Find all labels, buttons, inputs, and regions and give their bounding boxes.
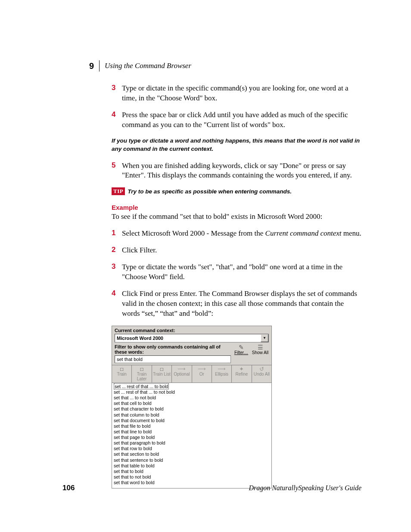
list-item[interactable]: set that row to bold [114, 446, 270, 451]
chapter-title: Using the Command Browser [105, 62, 191, 70]
step-number: 3 [112, 84, 122, 103]
train-list-icon: ◘ [152, 366, 171, 372]
list-item[interactable]: set that paragraph to bold [114, 440, 270, 446]
filter-input[interactable]: set that bold [115, 355, 231, 363]
step-text: Type or dictate in the specific command(… [122, 84, 361, 103]
undo-all-button[interactable]: ↺Undo All [252, 365, 271, 383]
list-item[interactable]: set that cell to bold [114, 401, 270, 406]
ellipsis-icon: ⟶ [212, 366, 231, 372]
chapter-number: 9 [50, 61, 99, 71]
list-item[interactable]: set ... rest of that ... to bold [114, 384, 270, 389]
tip: TIP Try to be as specific as possible wh… [112, 187, 361, 195]
list-item[interactable]: set that to not bold [114, 474, 270, 480]
tip-badge: TIP [112, 187, 125, 195]
step-5: 5 When you are finished adding keywords,… [112, 161, 361, 181]
button-label: Filter… [233, 350, 250, 355]
context-dropdown[interactable]: Microsoft Word 2000 ▼ [115, 334, 269, 342]
step-number: 1 [112, 229, 122, 239]
example-step-2: 2 Click Filter. [112, 246, 361, 255]
train-later-button[interactable]: ◘Train Later [132, 365, 152, 383]
step-number: 4 [112, 289, 122, 319]
list-item[interactable]: set that section to bold [114, 451, 270, 457]
list-item[interactable]: set that file to bold [114, 423, 270, 429]
list-item[interactable]: set that page to bold [114, 435, 270, 440]
step-number: 4 [112, 110, 122, 130]
list-item[interactable]: set that line to bold [114, 429, 270, 435]
example-step-1: 1 Select Microsoft Word 2000 - Message f… [112, 229, 361, 239]
text-part: menu. [341, 229, 361, 237]
pencil-icon: ✎ [233, 344, 250, 350]
ellipsis-button[interactable]: ⟶Ellipsis [212, 365, 232, 383]
example-step-3: 3 Type or dictate the words "set", "that… [112, 262, 361, 282]
optional-button[interactable]: ⟶Optional [172, 365, 192, 383]
list-item[interactable]: set ... rest of that ... to not bold [114, 389, 270, 395]
step-text: Press the space bar or click Add until y… [122, 110, 361, 130]
step-text: When you are finished adding keywords, c… [122, 161, 361, 181]
refine-icon: ✦ [232, 366, 251, 372]
train-button[interactable]: ◘Train [112, 365, 132, 383]
step-text: Select Microsoft Word 2000 - Message fro… [122, 229, 361, 239]
step-number: 2 [112, 246, 122, 255]
show-all-button[interactable]: ☰ Show All [252, 344, 269, 355]
page-number: 106 [62, 484, 75, 492]
list-item[interactable]: set that sentence to bold [114, 457, 270, 463]
footer-title: Dragon NaturallySpeaking User's Guide [249, 484, 361, 492]
filter-button[interactable]: ✎ Filter… [233, 344, 250, 355]
chevron-down-icon[interactable]: ▼ [261, 334, 268, 342]
text-part: Select Microsoft Word 2000 - Message fro… [122, 229, 265, 237]
header-divider [99, 60, 100, 72]
step-text: Type or dictate the words "set", "that",… [122, 262, 361, 282]
note-text: If you type or dictate a word and nothin… [112, 137, 361, 153]
step-number: 3 [112, 262, 122, 282]
step-3: 3 Type or dictate in the specific comman… [112, 84, 361, 103]
train-icon: ◘ [112, 366, 131, 372]
step-number: 5 [112, 161, 122, 181]
train-later-icon: ◘ [132, 366, 151, 372]
list-item[interactable]: set that ... to not bold [114, 395, 270, 401]
text-italic: Current command context [265, 229, 342, 237]
list-icon: ☰ [252, 344, 269, 350]
example-step-4: 4 Click Find or press Enter. The Command… [112, 289, 361, 319]
undo-icon: ↺ [252, 366, 271, 372]
optional-icon: ⟶ [172, 366, 191, 372]
toolbar: ◘Train ◘Train Later ◘Train List ⟶Optiona… [112, 365, 271, 383]
context-value: Microsoft Word 2000 [115, 336, 261, 341]
button-label: Show All [252, 350, 269, 355]
list-item[interactable]: set that to bold [114, 469, 270, 474]
step-text: Click Find or press Enter. The Command B… [122, 289, 361, 319]
command-browser-screenshot: Current command context: Microsoft Word … [112, 326, 272, 488]
or-button[interactable]: ⟶Or [192, 365, 212, 383]
refine-button[interactable]: ✦Refine [232, 365, 252, 383]
list-item[interactable]: set that character to bold [114, 406, 270, 412]
example-heading: Example [112, 204, 361, 211]
context-label: Current command context: [112, 326, 271, 334]
filter-label: Filter to show only commands containing … [115, 344, 231, 355]
tip-text: Try to be as specific as possible when e… [128, 188, 292, 195]
step-4: 4 Press the space bar or click Add until… [112, 110, 361, 130]
results-list[interactable]: set ... rest of that ... to bold set ...… [112, 383, 271, 488]
list-item[interactable]: set that table to bold [114, 463, 270, 469]
list-item[interactable]: set that document to bold [114, 418, 270, 423]
step-text: Click Filter. [122, 246, 157, 255]
or-icon: ⟶ [192, 366, 212, 372]
list-item[interactable]: set that column to bold [114, 412, 270, 418]
train-list-button[interactable]: ◘Train List [152, 365, 172, 383]
example-intro: To see if the command "set that to bold"… [112, 212, 361, 222]
